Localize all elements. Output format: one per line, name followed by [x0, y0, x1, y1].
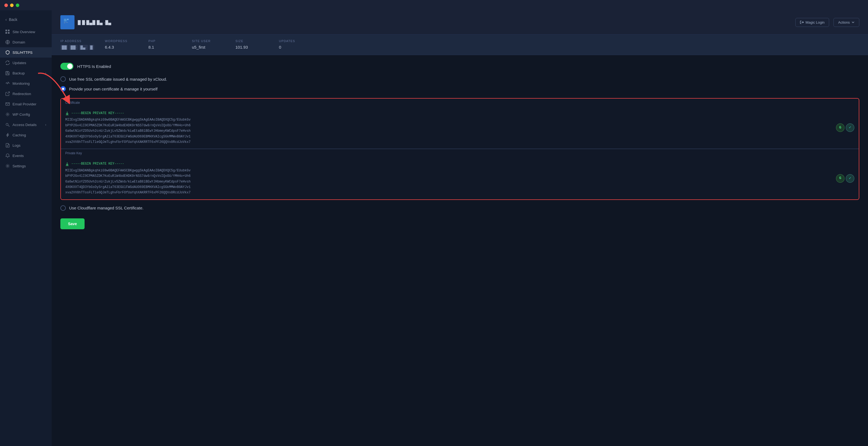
sidebar-item-email-provider[interactable]: Email Provider	[0, 99, 52, 109]
ip-block-4: █	[89, 45, 94, 50]
sidebar-item-label: Site Overview	[12, 30, 35, 34]
sidebar-item-caching[interactable]: Caching	[0, 130, 52, 140]
cloudflare-row: Use Cloudflare managed SSL Certificate.	[60, 205, 859, 211]
sidebar-item-label: Updates	[12, 61, 26, 65]
svg-rect-3	[8, 32, 9, 34]
header-logo: █ █·█▄█ █▄ ·█▄	[60, 15, 111, 29]
sidebar-item-access-details[interactable]: Access Details ›	[0, 119, 52, 130]
sidebar: ‹ Back Site Overview Domain SSL/HTTPS Up…	[0, 10, 52, 446]
external-link-icon	[5, 92, 10, 96]
ssl-radio-group: Use free SSL certificate issued & manage…	[60, 76, 859, 92]
stat-label-ip: IP ADDRESS	[60, 39, 94, 43]
sidebar-item-events[interactable]: Events	[0, 150, 52, 161]
sidebar-item-label: Logs	[12, 143, 21, 147]
save-icon	[5, 71, 10, 75]
https-toggle-row: HTTPS Is Enabled	[60, 63, 859, 70]
sidebar-item-label: WP Config	[12, 112, 30, 116]
cert-body[interactable]: -----BEGIN PRIVATE KEY----- MIIEvgIBADAN…	[61, 107, 859, 148]
gear-icon	[5, 164, 10, 168]
stat-value-size: 101.93	[236, 45, 268, 49]
radio-free-ssl[interactable]: Use free SSL certificate issued & manage…	[60, 76, 859, 82]
svg-rect-17	[66, 22, 68, 23]
svg-point-8	[7, 114, 8, 115]
ip-block-3: █▄·	[79, 45, 88, 50]
cloudflare-label: Use Cloudflare managed SSL Certificate.	[69, 206, 144, 210]
sidebar-item-label: Access Details	[12, 123, 37, 127]
sidebar-item-wp-config[interactable]: WP Config	[0, 109, 52, 119]
radio-circle-cloudflare[interactable]	[60, 205, 66, 211]
sidebar-item-domain[interactable]: Domain	[0, 37, 52, 47]
svg-line-6	[7, 92, 9, 94]
stat-label-user: SITE USER	[192, 39, 225, 43]
stats-bar: IP ADDRESS ██ ██· █▄· █ WORDPRESS 6.4.3 …	[52, 34, 868, 55]
sidebar-item-settings[interactable]: Settings	[0, 161, 52, 171]
grammarly-icons-key: G ✓	[836, 174, 855, 183]
stat-ip-address: IP ADDRESS ██ ██· █▄· █	[60, 34, 105, 55]
sidebar-item-site-overview[interactable]: Site Overview	[0, 27, 52, 37]
https-toggle[interactable]	[60, 63, 73, 70]
sidebar-item-ssl-https[interactable]: SSL/HTTPS	[0, 47, 52, 58]
stat-updates: UPDATES 0	[279, 34, 322, 55]
sidebar-item-label: Backup	[12, 71, 25, 75]
header-actions: Magic Login Actions	[796, 18, 859, 27]
grammarly-check-icon-2: ✓	[846, 174, 855, 183]
sidebar-item-label: Redirection	[12, 92, 31, 96]
actions-button[interactable]: Actions	[834, 18, 859, 27]
stat-value-user: u5_first	[192, 45, 225, 49]
actions-label: Actions	[838, 21, 850, 25]
key-icon	[5, 123, 10, 127]
minimize-dot[interactable]	[10, 3, 13, 7]
mail-icon	[5, 102, 10, 106]
settings-icon	[5, 112, 10, 116]
refresh-icon	[5, 61, 10, 65]
download-icon	[65, 111, 69, 115]
private-key-begin: -----BEGIN PRIVATE KEY-----	[65, 161, 855, 167]
shield-icon	[5, 50, 10, 55]
sidebar-item-logs[interactable]: Logs	[0, 140, 52, 150]
stat-label-php: PHP	[149, 39, 181, 43]
login-icon	[800, 21, 804, 24]
grammarly-g-icon-2: G	[836, 174, 845, 183]
private-key-header: Private Key	[61, 149, 859, 157]
site-name: █ █·█▄█ █▄ ·█▄	[78, 20, 111, 25]
radio-circle-own[interactable]	[60, 86, 66, 92]
maximize-dot[interactable]	[16, 3, 19, 7]
activity-icon	[5, 81, 10, 85]
svg-rect-0	[5, 30, 7, 31]
radio-circle-free[interactable]	[60, 76, 66, 82]
back-label: Back	[9, 18, 18, 22]
back-button[interactable]: ‹ Back	[0, 15, 52, 25]
private-key-body[interactable]: -----BEGIN PRIVATE KEY----- MIIEvgIBADAN…	[61, 157, 859, 199]
download-icon-2	[65, 162, 69, 166]
private-key-section: Private Key -----BEGIN PRIVATE KEY----- …	[61, 149, 859, 199]
save-button[interactable]: Save	[60, 218, 85, 229]
radio-label-free: Use free SSL certificate issued & manage…	[69, 77, 167, 81]
stat-value-wp: 6.4.3	[105, 45, 137, 49]
svg-rect-5	[7, 71, 8, 72]
radio-own-cert[interactable]: Provide your own certificate & manage it…	[60, 86, 859, 92]
stat-value-updates: 0	[279, 45, 312, 49]
sidebar-item-label: Caching	[12, 133, 26, 137]
magic-login-button[interactable]: Magic Login	[796, 18, 829, 27]
chevron-right-icon-access: ›	[45, 123, 46, 126]
sidebar-item-label: Settings	[12, 164, 26, 168]
grammarly-check-icon: ✓	[846, 123, 855, 132]
sidebar-item-redirection[interactable]: Redirection	[0, 89, 52, 99]
sidebar-item-updates[interactable]: Updates	[0, 58, 52, 68]
private-key-label: Private Key	[65, 151, 82, 155]
stat-wordpress: WORDPRESS 6.4.3	[105, 34, 149, 55]
svg-point-13	[7, 165, 8, 167]
stat-label-wp: WORDPRESS	[105, 39, 137, 43]
globe-icon	[5, 40, 10, 44]
bell-icon	[5, 153, 10, 158]
save-label: Save	[68, 221, 77, 226]
sidebar-item-backup[interactable]: Backup ›	[0, 68, 52, 78]
close-dot[interactable]	[4, 3, 8, 7]
chevron-down-icon	[851, 21, 855, 24]
stat-site-user: SITE USER u5_first	[192, 34, 236, 55]
sidebar-item-monitoring[interactable]: Monitoring	[0, 78, 52, 89]
radio-label-own: Provide your own certificate & manage it…	[69, 87, 157, 91]
toggle-track[interactable]	[60, 63, 73, 70]
magic-login-label: Magic Login	[805, 21, 825, 25]
certificate-container: Certificate -----BEGIN PRIVATE KEY----- …	[60, 98, 859, 200]
